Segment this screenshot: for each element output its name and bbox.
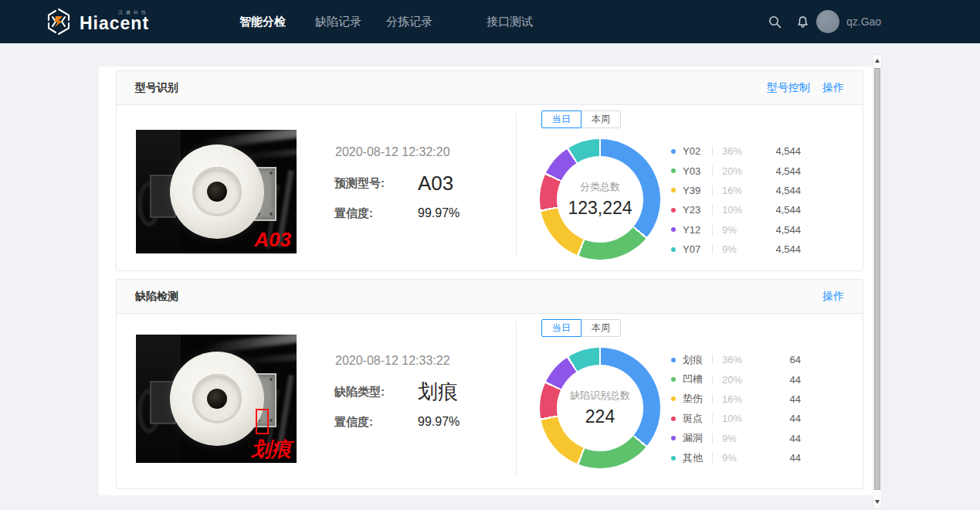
legend-dot — [671, 168, 676, 173]
card-header: 型号识别 型号控制 操作 — [117, 71, 863, 105]
legend-row: 垫伤 16% 44 — [671, 389, 801, 409]
period-toggle: 当日 本周 — [541, 319, 621, 337]
photo-annotation-label: A03 — [254, 230, 291, 250]
donut-center-value: 224 — [585, 406, 615, 427]
legend-row: Y23 10% 4,544 — [671, 200, 801, 219]
legend-dot — [671, 456, 676, 461]
toggle-today[interactable]: 当日 — [541, 110, 582, 128]
legend-row: 斑点 10% 44 — [671, 409, 801, 428]
confidence-label: 置信度: — [334, 415, 418, 430]
donut-center-label: 分类总数 — [580, 180, 620, 194]
card-body: A03 2020-08-12 12:32:20 预测型号: A03 置信度: 9… — [117, 105, 863, 270]
donut-center: 分类总数 123,224 — [540, 139, 660, 260]
legend-row: Y02 36% 4,544 — [671, 141, 801, 161]
legend-dot — [671, 358, 676, 362]
recognition-timestamp: 2020-08-12 12:32:20 — [335, 145, 450, 159]
card-header: 缺陷检测 操作 — [117, 280, 863, 314]
legend-row: Y39 16% 4,544 — [671, 181, 801, 200]
chart-legend: 划痕 36% 64 凹槽 20% 44 垫伤 16% 44 — [671, 350, 801, 468]
scrollbar-thumb[interactable] — [874, 68, 880, 490]
legend-dot — [671, 416, 676, 421]
bell-icon[interactable] — [796, 15, 809, 32]
predicted-model-label: 预测型号: — [334, 176, 418, 191]
top-navbar: Hiacent 汉鑫科技 智能分检 缺陷记录 分拣记录 接口测试 qz.Gao — [0, 0, 980, 43]
photo-annotation-label: 划痕 — [251, 439, 291, 459]
detection-timestamp: 2020-08-12 12:33:22 — [335, 354, 450, 368]
legend-row: 其他 9% 44 — [671, 448, 801, 468]
scroll-down-arrow-icon[interactable] — [875, 500, 880, 504]
nav-tab-sorting-records[interactable]: 分拣记录 — [386, 0, 432, 43]
legend-dot — [671, 208, 676, 212]
logo[interactable]: Hiacent 汉鑫科技 — [45, 7, 149, 39]
vertical-divider — [516, 321, 517, 474]
legend-row: 凹槽 20% 44 — [671, 369, 801, 389]
operate-link[interactable]: 操作 — [822, 290, 844, 304]
camera-snapshot: A03 — [136, 130, 297, 253]
model-control-link[interactable]: 型号控制 — [767, 81, 810, 95]
legend-row: 漏洞 9% 44 — [671, 429, 801, 448]
period-toggle: 当日 本周 — [541, 110, 621, 128]
defect-detection-card: 缺陷检测 操作 划痕 2020-08-12 12:33:22 — [116, 279, 863, 489]
scroll-up-arrow-icon[interactable] — [875, 59, 880, 63]
defect-type-label: 缺陷类型: — [334, 385, 418, 400]
toggle-week[interactable]: 本周 — [581, 110, 621, 128]
confidence-value: 99.97% — [418, 415, 459, 429]
toggle-week[interactable]: 本周 — [581, 319, 621, 337]
legend-dot — [671, 377, 676, 382]
camera-snapshot: 划痕 — [136, 335, 297, 463]
confidence-value: 99.97% — [418, 206, 459, 220]
card-title: 缺陷检测 — [135, 290, 178, 304]
nav-tab-smart-sorting[interactable]: 智能分检 — [239, 0, 286, 43]
card-body: 划痕 2020-08-12 12:33:22 缺陷类型: 划痕 置信度: 99.… — [117, 314, 863, 488]
donut-center-value: 123,224 — [568, 198, 632, 219]
defect-type-value: 划痕 — [418, 379, 458, 406]
legend-dot — [671, 396, 676, 401]
legend-dot — [671, 247, 676, 252]
vertical-scrollbar[interactable] — [873, 54, 882, 508]
donut-center-label: 缺陷识别总数 — [570, 389, 630, 403]
nav-tab-api-test[interactable]: 接口测试 — [487, 0, 533, 43]
legend-dot — [671, 436, 676, 440]
legend-row: Y03 20% 4,544 — [671, 161, 801, 180]
legend-dot — [671, 149, 676, 154]
defect-bounding-box — [256, 409, 269, 434]
search-icon[interactable] — [768, 15, 782, 32]
legend-row: 划痕 36% 64 — [671, 350, 801, 369]
legend-dot — [671, 227, 676, 232]
vertical-divider — [516, 113, 517, 257]
legend-row: Y07 9% 4,544 — [671, 240, 801, 259]
content-area: 型号识别 型号控制 操作 A03 2020-08-12 12: — [99, 66, 873, 495]
model-recognition-card: 型号识别 型号控制 操作 A03 2020-08-12 12: — [116, 70, 863, 271]
predicted-model-value: A03 — [418, 172, 453, 196]
card-title: 型号识别 — [135, 81, 178, 95]
logo-subtext: 汉鑫科技 — [118, 9, 149, 16]
operate-link[interactable]: 操作 — [822, 81, 844, 95]
legend-dot — [671, 188, 676, 192]
username[interactable]: qz.Gao — [846, 0, 881, 43]
legend-row: Y12 9% 4,544 — [671, 220, 801, 240]
confidence-label: 置信度: — [334, 206, 418, 221]
user-avatar[interactable] — [816, 10, 839, 33]
logo-knot-icon — [45, 7, 73, 39]
nav-tab-defect-records[interactable]: 缺陷记录 — [315, 0, 361, 43]
toggle-today[interactable]: 当日 — [541, 319, 582, 337]
chart-legend: Y02 36% 4,544 Y03 20% 4,544 Y39 16% 4,54… — [671, 141, 801, 259]
donut-center: 缺陷识别总数 224 — [540, 348, 660, 468]
